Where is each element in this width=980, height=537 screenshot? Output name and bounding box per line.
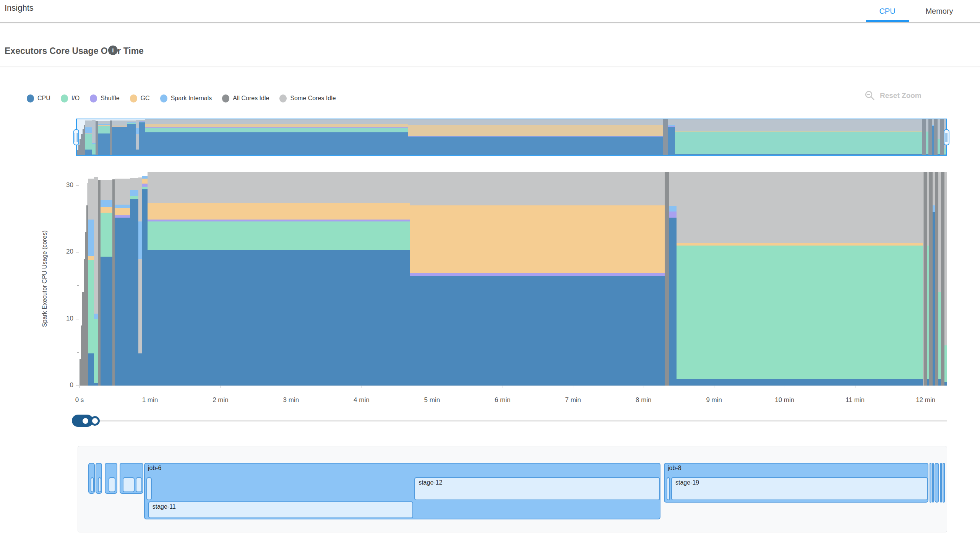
job-bar-job-8[interactable]: job-8stage-19 [664,463,928,503]
x-tick-mark [291,386,291,388]
time-slider-track[interactable] [80,420,947,421]
x-tick-label: 6 min [495,396,511,404]
time-slider-handle-right[interactable] [90,416,100,426]
chart-segment-some_idle [148,172,410,203]
reset-zoom-label: Reset Zoom [880,91,922,100]
time-slider-handle-left[interactable] [81,416,90,426]
job-bar[interactable] [940,463,942,503]
job-bar[interactable] [943,463,945,503]
chart-legend: CPUI/OShuffleGCSpark InternalsAll Cores … [27,93,336,104]
chart-segment-gc [115,208,130,215]
brush-selection[interactable] [77,119,946,155]
chart-segment-internals [94,314,98,319]
job-bar[interactable] [932,463,934,503]
chart-segment-io [677,246,923,379]
stage-bar-stage-11[interactable]: stage-11 [148,501,413,518]
legend-label-all_idle: All Cores Idle [233,95,269,102]
chart-segment-all_idle [665,172,669,386]
chart-segment-io [944,345,947,382]
chart-segment-cpu [944,382,947,386]
stage-bar[interactable] [136,477,142,492]
chart-segment-cpu [101,257,112,386]
y-tick-label: 30 [58,181,73,189]
cpu-usage-chart[interactable] [80,172,947,386]
brush-handle-left[interactable] [73,129,79,145]
legend-item-all_idle[interactable]: All Cores Idle [222,94,269,103]
x-tick-label: 11 min [845,396,865,404]
x-tick-mark [644,386,644,388]
legend-item-gc[interactable]: GC [130,94,150,103]
chart-segment-some_idle [94,177,98,313]
chart-segment-shuffle [410,273,665,276]
x-tick-mark [855,386,855,388]
y-tick-label: 20 [58,248,73,255]
chart-segment-io [88,260,94,353]
chart-segment-gc [88,256,94,260]
chart-segment-io [94,319,98,383]
chart-segment-internals [88,220,94,256]
chart-segment-some_idle [677,172,923,243]
legend-label-gc: GC [141,95,150,102]
overview-brush-chart[interactable] [76,119,947,156]
job-bar[interactable] [96,463,102,494]
page: Insights CPU Memory Executors Core Usage… [0,0,980,537]
legend-dot-shuffle [90,94,97,103]
y-minor-tick-mark [77,285,79,286]
tab-cpu[interactable]: CPU [866,5,909,18]
chart-segment-cpu [142,189,148,386]
chart-segment-shuffle [148,220,410,221]
y-tick-label: 10 [58,315,73,322]
jobs-timeline-panel: job-6stage-12stage-11job-8stage-19 [78,446,947,532]
stage-bar[interactable] [123,477,135,492]
stage-bar[interactable] [667,477,670,500]
brush-handle-right[interactable] [944,129,949,145]
job-bar[interactable] [105,463,117,494]
job-bar[interactable] [935,463,939,503]
legend-item-cpu[interactable]: CPU [27,94,50,103]
stage-bar[interactable] [91,477,94,492]
chart-segment-some_idle [88,179,94,219]
job-bar[interactable] [120,463,143,494]
legend-dot-some_idle [279,94,287,103]
y-tick-mark [76,386,79,386]
chart-segment-io [142,187,148,189]
legend-dot-gc [130,94,137,103]
legend-item-shuffle[interactable]: Shuffle [90,94,120,103]
info-icon[interactable]: i [108,46,118,55]
chart-segment-all_idle [923,172,927,386]
x-tick-label: 8 min [636,396,652,404]
chart-segment-some_idle [669,172,676,206]
chart-segment-io [130,196,138,199]
y-tick-label: 0 [58,381,73,389]
chart-segment-internals [142,176,148,179]
chart-segment-cpu [677,379,923,386]
stage-bar[interactable] [146,477,152,500]
x-tick-label: 1 min [142,396,158,404]
job-bar[interactable] [88,463,95,494]
tab-memory[interactable]: Memory [913,5,965,18]
x-tick-mark [80,386,80,388]
chart-segment-some_idle [138,259,142,354]
reset-zoom-button[interactable]: Reset Zoom [865,90,922,101]
legend-dot-cpu [27,94,34,103]
job-bar-job-6[interactable]: job-6stage-12stage-11 [144,463,660,519]
chart-segment-gc [677,243,923,246]
stage-bar-stage-12[interactable]: stage-12 [414,477,660,500]
chart-segment-cpu [669,218,676,386]
legend-label-io: I/O [71,95,80,102]
job-bar[interactable] [930,463,931,503]
stage-bar[interactable] [109,477,115,492]
legend-item-io[interactable]: I/O [61,94,80,103]
chart-segment-internals [101,200,112,207]
chart-segment-internals [115,205,130,208]
x-tick-mark [221,386,221,388]
legend-label-some_idle: Some Cores Idle [290,95,336,102]
stage-bar[interactable] [98,477,101,492]
x-tick-mark [503,386,503,388]
legend-item-internals[interactable]: Spark Internals [160,94,212,103]
legend-item-some_idle[interactable]: Some Cores Idle [279,94,336,103]
y-minor-tick-mark [77,352,79,353]
x-axis-line [80,386,947,386]
x-tick-label: 0 s [75,396,84,404]
stage-bar-stage-19[interactable]: stage-19 [671,477,928,500]
